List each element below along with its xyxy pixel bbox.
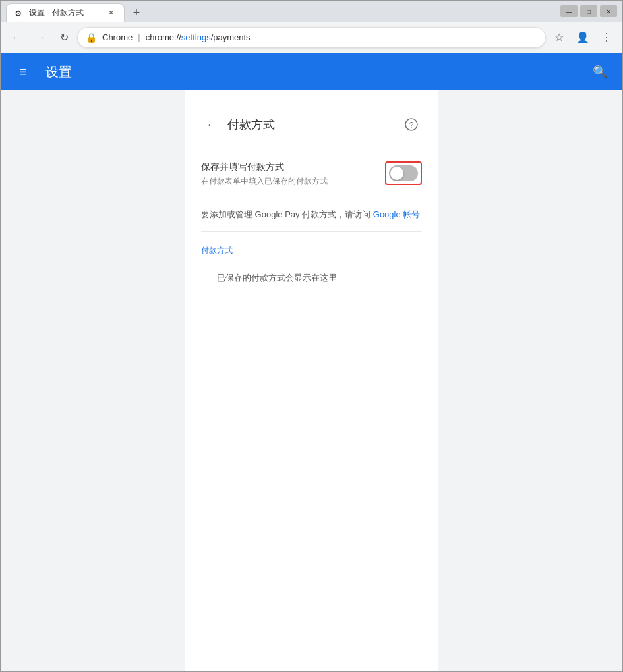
toggle-highlight-box: [385, 161, 422, 185]
page-header: ← 付款方式 ?: [201, 103, 422, 146]
save-fill-toggle[interactable]: [389, 165, 418, 181]
chrome-label: Chrome: [102, 32, 133, 42]
google-account-link[interactable]: Google 帐号: [373, 210, 421, 219]
bookmark-button[interactable]: ☆: [549, 27, 570, 48]
search-button[interactable]: 🔍: [588, 60, 612, 84]
right-margin: [530, 90, 622, 671]
svg-text:?: ?: [409, 121, 414, 130]
toggle-thumb: [390, 167, 403, 180]
save-fill-text: 保存并填写付款方式 在付款表单中填入已保存的付款方式: [201, 161, 385, 187]
maximize-button[interactable]: □: [580, 5, 597, 17]
window-controls: — □ ✕: [560, 5, 617, 17]
address-field[interactable]: 🔒 Chrome | chrome://settings/payments: [77, 27, 546, 48]
lock-icon: 🔒: [86, 32, 97, 43]
save-fill-subtitle: 在付款表单中填入已保存的付款方式: [201, 176, 369, 187]
help-icon: ?: [405, 118, 418, 131]
save-fill-title: 保存并填写付款方式: [201, 161, 369, 173]
window-frame: ⚙ 设置 - 付款方式 ✕ + — □ ✕ ← → ↻ 🔒 Chrome | c…: [0, 0, 623, 672]
title-bar: ⚙ 设置 - 付款方式 ✕ + — □ ✕: [1, 1, 622, 22]
back-page-button[interactable]: ←: [201, 114, 222, 135]
content-inner: ← 付款方式 ? 保存并填写付款方式 在付款表单中填入已保存的付款方式: [185, 90, 438, 308]
address-separator: |: [138, 32, 140, 42]
address-bar: ← → ↻ 🔒 Chrome | chrome://settings/payme…: [1, 22, 622, 53]
new-tab-button[interactable]: +: [127, 3, 146, 22]
save-fill-row: 保存并填写付款方式 在付款表单中填入已保存的付款方式: [201, 151, 422, 198]
account-button[interactable]: 👤: [572, 27, 593, 48]
refresh-button[interactable]: ↻: [53, 27, 74, 48]
left-margin: [1, 90, 93, 671]
help-button[interactable]: ?: [401, 114, 422, 135]
address-url: chrome://settings/payments: [146, 32, 251, 42]
settings-body: ← 付款方式 ? 保存并填写付款方式 在付款表单中填入已保存的付款方式: [1, 90, 622, 671]
tab-label: 设置 - 付款方式: [29, 7, 100, 18]
more-button[interactable]: ⋮: [596, 27, 617, 48]
menu-button[interactable]: ≡: [11, 60, 35, 84]
tab-close-button[interactable]: ✕: [105, 8, 116, 18]
empty-payment-message: 已保存的付款方式会显示在这里: [201, 262, 422, 294]
google-pay-info: 要添加或管理 Google Pay 付款方式，请访问 Google 帐号: [201, 198, 422, 232]
active-tab[interactable]: ⚙ 设置 - 付款方式 ✕: [6, 3, 125, 22]
page-title: 付款方式: [227, 117, 275, 132]
settings-title: 设置: [45, 63, 578, 81]
back-button[interactable]: ←: [6, 27, 27, 48]
google-pay-text-before: 要添加或管理 Google Pay 付款方式，请访问: [201, 210, 371, 219]
close-button[interactable]: ✕: [600, 5, 617, 17]
settings-header: ≡ 设置 🔍: [1, 53, 622, 90]
tab-favicon: ⚙: [15, 9, 24, 18]
content-area: ← 付款方式 ? 保存并填写付款方式 在付款表单中填入已保存的付款方式: [185, 90, 438, 671]
page-header-left: ← 付款方式: [201, 114, 275, 135]
minimize-button[interactable]: —: [560, 5, 578, 17]
forward-button[interactable]: →: [30, 27, 51, 48]
payment-methods-section-label: 付款方式: [201, 232, 422, 262]
tab-strip: ⚙ 设置 - 付款方式 ✕ +: [6, 1, 560, 22]
